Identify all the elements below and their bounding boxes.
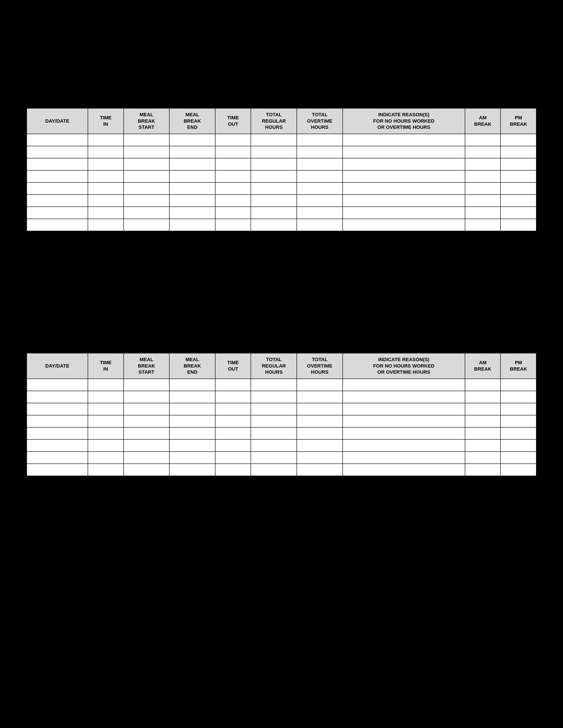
cell-totalot[interactable] (297, 134, 343, 146)
cell-reason[interactable] (343, 427, 465, 439)
cell-pmbreak[interactable] (501, 464, 536, 476)
cell-daydate[interactable] (27, 439, 88, 452)
cell-mealend[interactable] (169, 403, 215, 415)
cell-totalot[interactable] (297, 207, 343, 219)
cell-daydate[interactable] (27, 146, 88, 158)
cell-mealend[interactable] (169, 207, 215, 219)
cell-ambreak[interactable] (465, 439, 501, 452)
cell-mealstart[interactable] (124, 182, 169, 195)
cell-pmbreak[interactable] (501, 182, 536, 195)
cell-totalot[interactable] (297, 427, 343, 439)
cell-mealstart[interactable] (124, 452, 169, 464)
cell-totalot[interactable] (297, 219, 343, 231)
cell-daydate[interactable] (27, 195, 88, 207)
cell-mealstart[interactable] (124, 158, 169, 170)
cell-ambreak[interactable] (465, 207, 501, 219)
cell-totalot[interactable] (297, 415, 343, 427)
cell-daydate[interactable] (27, 403, 88, 415)
cell-timein[interactable] (88, 158, 124, 170)
cell-reason[interactable] (343, 182, 465, 195)
cell-pmbreak[interactable] (501, 403, 536, 415)
cell-totalot[interactable] (297, 439, 343, 452)
cell-mealend[interactable] (169, 427, 215, 439)
cell-reason[interactable] (343, 207, 465, 219)
cell-timein[interactable] (88, 146, 124, 158)
cell-ambreak[interactable] (465, 146, 501, 158)
cell-pmbreak[interactable] (501, 146, 536, 158)
cell-totalot[interactable] (297, 195, 343, 207)
cell-pmbreak[interactable] (501, 134, 536, 146)
cell-pmbreak[interactable] (501, 427, 536, 439)
cell-daydate[interactable] (27, 452, 88, 464)
cell-mealend[interactable] (169, 195, 215, 207)
cell-mealend[interactable] (169, 439, 215, 452)
cell-totalot[interactable] (297, 182, 343, 195)
cell-reason[interactable] (343, 391, 465, 403)
cell-ambreak[interactable] (465, 415, 501, 427)
cell-totalot[interactable] (297, 391, 343, 403)
cell-mealstart[interactable] (124, 379, 169, 391)
cell-mealend[interactable] (169, 170, 215, 182)
cell-totalreg[interactable] (251, 158, 297, 170)
cell-reason[interactable] (343, 439, 465, 452)
cell-ambreak[interactable] (465, 134, 501, 146)
cell-reason[interactable] (343, 134, 465, 146)
cell-timeout[interactable] (215, 427, 251, 439)
cell-ambreak[interactable] (465, 219, 501, 231)
cell-pmbreak[interactable] (501, 391, 536, 403)
cell-timein[interactable] (88, 170, 124, 182)
cell-timeout[interactable] (215, 170, 251, 182)
cell-totalreg[interactable] (251, 452, 297, 464)
cell-timein[interactable] (88, 219, 124, 231)
cell-mealstart[interactable] (124, 146, 169, 158)
cell-totalreg[interactable] (251, 391, 297, 403)
cell-reason[interactable] (343, 452, 465, 464)
cell-timein[interactable] (88, 207, 124, 219)
cell-daydate[interactable] (27, 391, 88, 403)
cell-pmbreak[interactable] (501, 379, 536, 391)
cell-timeout[interactable] (215, 379, 251, 391)
cell-reason[interactable] (343, 403, 465, 415)
cell-timeout[interactable] (215, 219, 251, 231)
cell-mealend[interactable] (169, 452, 215, 464)
cell-reason[interactable] (343, 146, 465, 158)
cell-reason[interactable] (343, 219, 465, 231)
cell-ambreak[interactable] (465, 182, 501, 195)
cell-timeout[interactable] (215, 391, 251, 403)
cell-daydate[interactable] (27, 170, 88, 182)
cell-totalreg[interactable] (251, 415, 297, 427)
cell-pmbreak[interactable] (501, 415, 536, 427)
cell-timeout[interactable] (215, 452, 251, 464)
cell-totalot[interactable] (297, 170, 343, 182)
cell-ambreak[interactable] (465, 170, 501, 182)
cell-mealend[interactable] (169, 219, 215, 231)
cell-daydate[interactable] (27, 427, 88, 439)
cell-totalreg[interactable] (251, 427, 297, 439)
cell-daydate[interactable] (27, 134, 88, 146)
cell-pmbreak[interactable] (501, 207, 536, 219)
cell-totalreg[interactable] (251, 219, 297, 231)
cell-daydate[interactable] (27, 379, 88, 391)
cell-totalot[interactable] (297, 452, 343, 464)
cell-totalreg[interactable] (251, 207, 297, 219)
cell-totalreg[interactable] (251, 195, 297, 207)
cell-timein[interactable] (88, 134, 124, 146)
cell-timeout[interactable] (215, 464, 251, 476)
cell-timein[interactable] (88, 415, 124, 427)
cell-reason[interactable] (343, 158, 465, 170)
cell-timeout[interactable] (215, 134, 251, 146)
cell-timeout[interactable] (215, 207, 251, 219)
cell-daydate[interactable] (27, 464, 88, 476)
cell-ambreak[interactable] (465, 391, 501, 403)
cell-totalot[interactable] (297, 158, 343, 170)
cell-totalot[interactable] (297, 403, 343, 415)
cell-pmbreak[interactable] (501, 158, 536, 170)
cell-reason[interactable] (343, 170, 465, 182)
cell-ambreak[interactable] (465, 427, 501, 439)
cell-daydate[interactable] (27, 158, 88, 170)
cell-mealstart[interactable] (124, 170, 169, 182)
cell-timein[interactable] (88, 464, 124, 476)
cell-mealstart[interactable] (124, 427, 169, 439)
cell-pmbreak[interactable] (501, 452, 536, 464)
cell-ambreak[interactable] (465, 158, 501, 170)
